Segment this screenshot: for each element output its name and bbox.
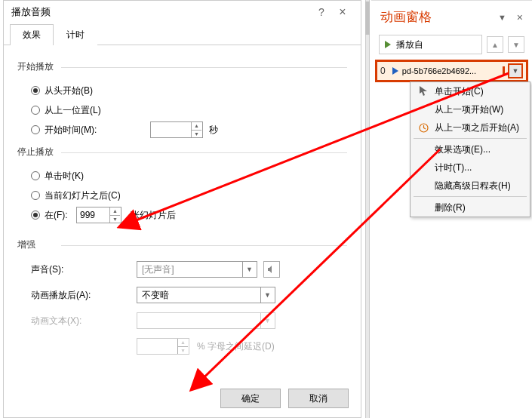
menu-click-start[interactable]: 单击开始(C) bbox=[411, 82, 530, 100]
pane-header: 动画窗格 ▼ × bbox=[371, 1, 532, 30]
menu-effect-options[interactable]: 效果选项(E)... bbox=[411, 140, 530, 158]
chevron-down-icon: ▼ bbox=[242, 262, 256, 277]
start-time-input[interactable]: ▲▼ bbox=[150, 121, 203, 138]
menu-separator bbox=[414, 138, 527, 139]
move-down-button[interactable]: ▼ bbox=[508, 36, 524, 53]
dialog-tabs: 效果 计时 bbox=[4, 23, 361, 45]
radio-at-slides[interactable]: 在(F): 999 ▲▼ 张幻灯片后 bbox=[31, 205, 347, 225]
close-button[interactable]: × bbox=[332, 5, 353, 19]
radio-icon bbox=[31, 171, 40, 180]
animation-menu-button[interactable]: ▼ bbox=[508, 63, 523, 78]
pane-dropdown-icon[interactable]: ▼ bbox=[493, 13, 506, 22]
chevron-down-icon: ▼ bbox=[260, 313, 274, 328]
animation-context-menu: 单击开始(C) 从上一项开始(W) 从上一项之后开始(A) 效果选项(E)...… bbox=[410, 81, 530, 217]
animation-index: 0 bbox=[380, 66, 386, 76]
group-start: 开始播放 bbox=[17, 60, 347, 73]
radio-from-last-pos[interactable]: 从上一位置(L) bbox=[31, 100, 347, 120]
enhance-after-row: 动画播放后(A): 不变暗 ▼ bbox=[31, 284, 347, 306]
delay-input: ▲▼ bbox=[137, 338, 189, 355]
dialog-body: 开始播放 从头开始(B) 从上一位置(L) 开始时间(M): ▲▼ 秒 停止播放… bbox=[4, 45, 361, 366]
pane-toolbar: 播放自 ▲ ▼ bbox=[371, 30, 532, 59]
dialog-title: 播放音频 bbox=[11, 5, 311, 19]
radio-icon bbox=[31, 125, 40, 134]
radio-start-time[interactable]: 开始时间(M): ▲▼ 秒 bbox=[31, 120, 347, 140]
pane-title: 动画窗格 bbox=[380, 8, 493, 26]
tick-icon bbox=[503, 66, 505, 75]
help-button[interactable]: ? bbox=[311, 6, 332, 18]
clock-icon bbox=[417, 121, 430, 134]
radio-icon bbox=[31, 211, 40, 220]
mouse-icon bbox=[417, 85, 430, 97]
play-icon bbox=[384, 41, 392, 48]
svg-rect-0 bbox=[503, 66, 505, 75]
menu-with-previous[interactable]: 从上一项开始(W) bbox=[411, 100, 530, 118]
after-anim-select[interactable]: 不变暗 ▼ bbox=[137, 287, 275, 303]
cancel-button[interactable]: 取消 bbox=[288, 389, 349, 408]
scrollbar-thumb[interactable] bbox=[365, 2, 370, 35]
menu-timing[interactable]: 计时(T)... bbox=[411, 158, 530, 177]
radio-icon bbox=[31, 86, 40, 95]
vertical-divider[interactable] bbox=[365, 0, 370, 418]
spinner-icon[interactable]: ▲▼ bbox=[191, 122, 201, 137]
menu-hide-timeline[interactable]: 隐藏高级日程表(H) bbox=[411, 177, 530, 195]
spinner-icon: ▲▼ bbox=[177, 339, 188, 354]
play-audio-dialog: 播放音频 ? × 效果 计时 开始播放 从头开始(B) 从上一位置(L) 开始时… bbox=[3, 0, 361, 418]
animation-label: pd-5b766e2b4692... bbox=[402, 66, 500, 75]
group-stop: 停止播放 bbox=[17, 146, 347, 158]
play-icon bbox=[392, 67, 399, 75]
ok-button[interactable]: 确定 bbox=[220, 389, 281, 408]
radio-icon bbox=[31, 106, 40, 115]
play-from-button[interactable]: 播放自 bbox=[379, 35, 482, 54]
animation-item[interactable]: 0 pd-5b766e2b4692... ▼ bbox=[377, 62, 526, 80]
enhance-text-row: 动画文本(X): ▼ bbox=[31, 310, 347, 331]
menu-after-previous[interactable]: 从上一项之后开始(A) bbox=[411, 118, 530, 137]
tab-effect[interactable]: 效果 bbox=[10, 24, 54, 45]
at-slides-input[interactable]: 999 ▲▼ bbox=[76, 207, 121, 223]
spinner-icon[interactable]: ▲▼ bbox=[109, 207, 120, 223]
dialog-titlebar: 播放音频 ? × bbox=[4, 1, 361, 23]
radio-after-current[interactable]: 当前幻灯片之后(C) bbox=[31, 186, 347, 205]
tab-timing[interactable]: 计时 bbox=[54, 24, 97, 45]
group-enhance: 增强 bbox=[17, 238, 347, 251]
move-up-button[interactable]: ▲ bbox=[487, 36, 503, 53]
menu-separator bbox=[414, 196, 527, 197]
anim-text-select: ▼ bbox=[137, 312, 275, 329]
radio-icon bbox=[31, 191, 40, 200]
radio-on-click[interactable]: 单击时(K) bbox=[31, 166, 347, 186]
menu-remove[interactable]: 删除(R) bbox=[411, 198, 530, 217]
chevron-down-icon: ▼ bbox=[260, 287, 274, 303]
pane-close-icon[interactable]: × bbox=[509, 11, 523, 23]
enhance-sound-row: 声音(S): [无声音] ▼ bbox=[31, 259, 347, 280]
radio-from-beginning[interactable]: 从头开始(B) bbox=[31, 81, 347, 100]
dialog-buttons: 确定 取消 bbox=[220, 389, 349, 408]
speaker-icon[interactable] bbox=[263, 261, 280, 278]
sound-select[interactable]: [无声音] ▼ bbox=[137, 261, 257, 278]
enhance-delay-row: ▲▼ % 字母之间延迟(D) bbox=[31, 336, 347, 357]
